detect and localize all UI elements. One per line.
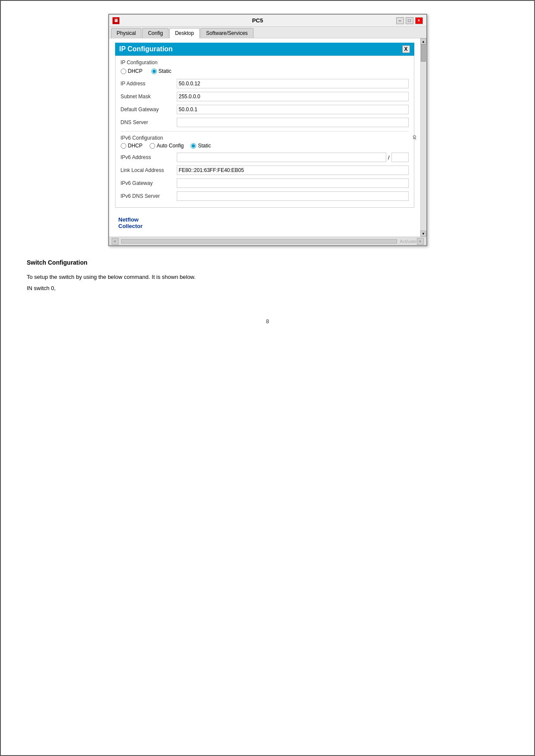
statusbar-scroll-right[interactable]: > [417,238,424,245]
subnet-mask-label: Subnet Mask [121,94,177,100]
activate-text: Activate [400,239,416,244]
doc-line2: IN switch 0, [27,284,508,293]
slash-separator: / [386,154,391,161]
default-gateway-row: Default Gateway [121,104,409,115]
ipv6-dhcp-label: DHCP [128,143,143,149]
scroll-down-arrow[interactable]: ▼ [420,231,426,237]
ipv6-address-input[interactable] [177,153,386,162]
ip-address-input[interactable] [177,79,409,88]
ipv6-prefix-input[interactable] [391,153,409,162]
subnet-mask-input[interactable] [177,92,409,101]
ipv6-autoconfig-item[interactable]: Auto Config [150,143,184,149]
ipv6-static-item[interactable]: Static [191,143,211,149]
scroll-right-arrow[interactable]: > [417,238,424,245]
ipv6-section-label: IPv6 Configuration [121,135,409,141]
tab-desktop[interactable]: Desktop [169,28,200,38]
document-section: Switch Configuration To setup the switch… [18,259,517,292]
tab-config[interactable]: Config [142,28,169,38]
ipv6-address-row: IPv6 Address / [121,152,409,162]
close-button[interactable]: × [415,17,423,24]
dns-server-input[interactable] [177,118,409,127]
window-controls: – □ × [396,17,423,24]
ip-address-row: IP Address [121,78,409,89]
ipv6-mode-row: DHCP Auto Config Static [121,143,409,149]
ipv6-dhcp-radio[interactable] [121,143,126,149]
static-radio[interactable] [151,69,157,74]
ipv6-autoconfig-radio[interactable] [150,143,155,149]
scroll-left-arrow[interactable]: < [112,238,119,245]
dns-server-row: DNS Server [121,117,409,128]
ipv6-dhcp-item[interactable]: DHCP [121,143,143,149]
ip-config-body: IP Configuration DHCP Static [115,56,414,208]
static-radio-item[interactable]: Static [151,68,172,74]
ipv6-autoconfig-label: Auto Config [157,143,184,149]
statusbar-scroll-left[interactable]: < [112,238,119,245]
sidebar-or-label: or [412,135,418,140]
link-local-input[interactable] [177,166,409,175]
ip-mode-row: DHCP Static [121,68,409,74]
scroll-thumb[interactable] [421,44,426,62]
statusbar-track[interactable] [121,239,397,244]
ip-config-panel: IP Configuration X IP Configuration DHCP [115,43,414,208]
window-title: PC5 [119,17,396,24]
default-gateway-input[interactable] [177,105,409,114]
doc-heading: Switch Configuration [27,259,508,266]
dhcp-radio[interactable] [121,69,126,74]
title-bar: 🖥 PC5 – □ × [109,15,426,27]
ip-config-header: IP Configuration X [115,43,414,56]
ip-config-title: IP Configuration [119,45,173,53]
tab-physical[interactable]: Physical [111,28,142,38]
ipv6-address-input-wrap: / [177,153,409,162]
ipv6-gateway-row: IPv6 Gateway [121,178,409,188]
ip-section-label: IP Configuration [121,59,409,66]
netflow-section: Netflow Collector [115,215,414,231]
pc5-window: 🖥 PC5 – □ × Physical Config Desktop Soft… [108,14,427,246]
page-number: 8 [18,318,517,325]
ipv6-static-label: Static [198,143,211,149]
tabs-bar: Physical Config Desktop Software/Service… [109,27,426,38]
scroll-up-arrow[interactable]: ▲ [420,38,426,44]
subnet-mask-row: Subnet Mask [121,91,409,102]
ipv6-gateway-label: IPv6 Gateway [121,180,177,186]
tab-software-services[interactable]: Software/Services [200,28,253,38]
ipv6-dns-input[interactable] [177,191,409,201]
netflow-subtitle-text: Collector [119,223,143,229]
netflow-title-text: Netflow [119,216,139,223]
scroll-track[interactable] [421,44,426,231]
scrollbar-right[interactable]: ▲ ▼ [420,38,426,237]
ipv6-static-radio[interactable] [191,143,196,149]
dhcp-label: DHCP [128,68,143,74]
default-gateway-label: Default Gateway [121,106,177,112]
netflow-title: Netflow Collector [119,216,411,229]
restore-button[interactable]: □ [406,17,413,24]
link-local-label: Link Local Address [121,167,177,173]
ip-address-label: IP Address [121,81,177,87]
status-bar: < Activate > [109,237,426,245]
ip-config-close[interactable]: X [402,45,410,53]
doc-paragraph: To setup the switch by using the below c… [27,273,508,281]
ipv6-dns-label: IPv6 DNS Server [121,193,177,199]
ipv6-address-label: IPv6 Address [121,154,177,160]
window-icon: 🖥 [113,17,119,24]
window-body: IP Configuration X IP Configuration DHCP [109,38,426,237]
static-label: Static [159,68,172,74]
dns-server-label: DNS Server [121,119,177,125]
minimize-button[interactable]: – [396,17,404,24]
dhcp-radio-item[interactable]: DHCP [121,68,143,74]
window-content: IP Configuration X IP Configuration DHCP [109,38,420,237]
ipv6-dns-row: IPv6 DNS Server [121,191,409,201]
link-local-row: Link Local Address [121,165,409,175]
ipv6-gateway-input[interactable] [177,178,409,188]
